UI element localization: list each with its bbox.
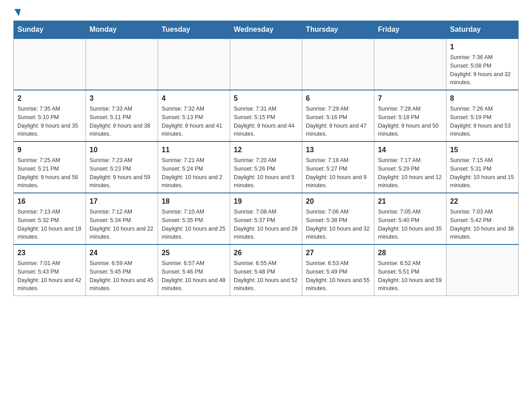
calendar-cell: 5Sunrise: 7:31 AMSunset: 5:15 PMDaylight… — [230, 90, 302, 141]
day-number: 24 — [90, 248, 154, 258]
sunset-text: Sunset: 5:35 PM — [162, 216, 226, 225]
calendar-week-row: 16Sunrise: 7:13 AMSunset: 5:32 PMDayligh… — [14, 193, 519, 244]
sunrise-text: Sunrise: 7:21 AM — [162, 156, 226, 165]
sunset-text: Sunset: 5:21 PM — [17, 165, 82, 173]
calendar-cell — [86, 39, 158, 90]
calendar-cell: 20Sunrise: 7:06 AMSunset: 5:38 PMDayligh… — [302, 193, 374, 244]
daylight-text: Daylight: 9 hours and 41 minutes. — [162, 122, 226, 139]
day-number: 2 — [17, 93, 82, 104]
sunrise-text: Sunrise: 7:12 AM — [90, 208, 154, 216]
sunset-text: Sunset: 5:45 PM — [90, 268, 154, 276]
daylight-text: Daylight: 10 hours and 42 minutes. — [17, 276, 82, 293]
calendar-cell: 28Sunrise: 6:52 AMSunset: 5:51 PMDayligh… — [374, 244, 446, 296]
day-number: 13 — [306, 145, 370, 155]
day-number: 4 — [162, 93, 226, 104]
daylight-text: Daylight: 9 hours and 38 minutes. — [90, 122, 154, 139]
daylight-text: Daylight: 9 hours and 35 minutes. — [17, 122, 82, 139]
calendar-cell: 18Sunrise: 7:10 AMSunset: 5:35 PMDayligh… — [158, 193, 230, 244]
sunset-text: Sunset: 5:48 PM — [234, 268, 298, 276]
daylight-text: Daylight: 10 hours and 18 minutes. — [17, 225, 82, 242]
day-number: 9 — [17, 145, 82, 155]
calendar-cell: 2Sunrise: 7:35 AMSunset: 5:10 PMDaylight… — [14, 90, 86, 141]
sunrise-text: Sunrise: 7:36 AM — [450, 53, 515, 62]
calendar-cell: 6Sunrise: 7:29 AMSunset: 5:16 PMDaylight… — [302, 90, 374, 141]
sunrise-text: Sunrise: 7:03 AM — [450, 208, 515, 216]
day-number: 21 — [378, 196, 442, 207]
sunset-text: Sunset: 5:15 PM — [234, 113, 298, 122]
sunrise-text: Sunrise: 7:29 AM — [306, 105, 370, 113]
calendar-cell — [14, 39, 86, 90]
day-number: 7 — [378, 93, 442, 104]
sunset-text: Sunset: 5:08 PM — [450, 62, 515, 70]
sunset-text: Sunset: 5:24 PM — [162, 165, 226, 173]
sunset-text: Sunset: 5:40 PM — [378, 216, 442, 225]
weekday-header-tuesday: Tuesday — [158, 21, 230, 39]
calendar-cell: 19Sunrise: 7:08 AMSunset: 5:37 PMDayligh… — [230, 193, 302, 244]
weekday-header-saturday: Saturday — [446, 21, 519, 39]
day-number: 8 — [450, 93, 515, 104]
calendar-week-row: 9Sunrise: 7:25 AMSunset: 5:21 PMDaylight… — [14, 141, 519, 193]
weekday-header-wednesday: Wednesday — [230, 21, 302, 39]
calendar-week-row: 2Sunrise: 7:35 AMSunset: 5:10 PMDaylight… — [14, 90, 519, 141]
daylight-text: Daylight: 10 hours and 9 minutes. — [306, 173, 370, 190]
sunrise-text: Sunrise: 7:15 AM — [450, 156, 515, 165]
calendar-table: SundayMondayTuesdayWednesdayThursdayFrid… — [13, 21, 519, 296]
sunrise-text: Sunrise: 7:23 AM — [90, 156, 154, 165]
daylight-text: Daylight: 10 hours and 25 minutes. — [162, 225, 226, 242]
sunrise-text: Sunrise: 7:20 AM — [234, 156, 298, 165]
sunset-text: Sunset: 5:13 PM — [162, 113, 226, 122]
daylight-text: Daylight: 9 hours and 47 minutes. — [306, 122, 370, 139]
day-number: 26 — [234, 248, 298, 258]
day-number: 5 — [234, 93, 298, 104]
day-number: 23 — [17, 248, 82, 258]
sunset-text: Sunset: 5:10 PM — [17, 113, 82, 122]
day-number: 19 — [234, 196, 298, 207]
sunrise-text: Sunrise: 7:35 AM — [17, 105, 82, 113]
calendar-cell: 8Sunrise: 7:26 AMSunset: 5:19 PMDaylight… — [446, 90, 519, 141]
daylight-text: Daylight: 9 hours and 44 minutes. — [234, 122, 298, 139]
calendar-cell — [302, 39, 374, 90]
daylight-text: Daylight: 10 hours and 59 minutes. — [378, 276, 442, 293]
daylight-text: Daylight: 10 hours and 28 minutes. — [234, 225, 298, 242]
sunrise-text: Sunrise: 7:26 AM — [450, 105, 515, 113]
daylight-text: Daylight: 9 hours and 53 minutes. — [450, 122, 515, 139]
sunrise-text: Sunrise: 6:52 AM — [378, 259, 442, 268]
day-number: 6 — [306, 93, 370, 104]
sunset-text: Sunset: 5:29 PM — [378, 165, 442, 173]
sunrise-text: Sunrise: 7:06 AM — [306, 208, 370, 216]
daylight-text: Daylight: 10 hours and 38 minutes. — [450, 225, 515, 242]
day-number: 1 — [450, 42, 515, 52]
calendar-cell: 13Sunrise: 7:18 AMSunset: 5:27 PMDayligh… — [302, 141, 374, 193]
sunset-text: Sunset: 5:27 PM — [306, 165, 370, 173]
sunset-text: Sunset: 5:16 PM — [306, 113, 370, 122]
day-number: 28 — [378, 248, 442, 258]
sunrise-text: Sunrise: 7:33 AM — [90, 105, 154, 113]
sunrise-text: Sunrise: 7:18 AM — [306, 156, 370, 165]
day-number: 17 — [90, 196, 154, 207]
calendar-cell — [158, 39, 230, 90]
daylight-text: Daylight: 10 hours and 52 minutes. — [234, 276, 298, 293]
calendar-cell: 27Sunrise: 6:53 AMSunset: 5:49 PMDayligh… — [302, 244, 374, 296]
day-number: 18 — [162, 196, 226, 207]
calendar-header-row: SundayMondayTuesdayWednesdayThursdayFrid… — [14, 21, 519, 39]
calendar-cell: 14Sunrise: 7:17 AMSunset: 5:29 PMDayligh… — [374, 141, 446, 193]
calendar-cell: 10Sunrise: 7:23 AMSunset: 5:23 PMDayligh… — [86, 141, 158, 193]
sunrise-text: Sunrise: 6:59 AM — [90, 259, 154, 268]
sunrise-text: Sunrise: 7:17 AM — [378, 156, 442, 165]
sunset-text: Sunset: 5:42 PM — [450, 216, 515, 225]
day-number: 14 — [378, 145, 442, 155]
sunset-text: Sunset: 5:32 PM — [17, 216, 82, 225]
sunset-text: Sunset: 5:19 PM — [450, 113, 515, 122]
sunset-text: Sunset: 5:26 PM — [234, 165, 298, 173]
logo — [13, 9, 21, 16]
daylight-text: Daylight: 9 hours and 50 minutes. — [378, 122, 442, 139]
day-number: 27 — [306, 248, 370, 258]
sunset-text: Sunset: 5:49 PM — [306, 268, 370, 276]
calendar-cell: 23Sunrise: 7:01 AMSunset: 5:43 PMDayligh… — [14, 244, 86, 296]
daylight-text: Daylight: 10 hours and 12 minutes. — [378, 173, 442, 190]
day-number: 3 — [90, 93, 154, 104]
sunrise-text: Sunrise: 7:31 AM — [234, 105, 298, 113]
calendar-cell: 22Sunrise: 7:03 AMSunset: 5:42 PMDayligh… — [446, 193, 519, 244]
calendar-cell: 21Sunrise: 7:05 AMSunset: 5:40 PMDayligh… — [374, 193, 446, 244]
weekday-header-monday: Monday — [86, 21, 158, 39]
